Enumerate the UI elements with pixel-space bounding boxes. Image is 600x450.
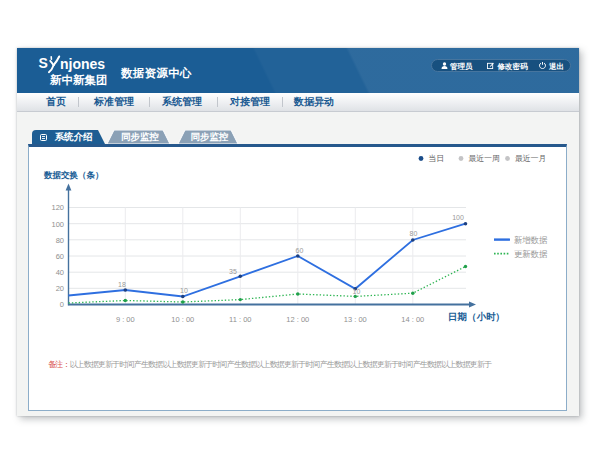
svg-text:10 : 00: 10 : 00 [171, 315, 194, 324]
svg-text:20: 20 [56, 284, 64, 293]
svg-text:10: 10 [180, 287, 188, 294]
svg-text:数据交换（条）: 数据交换（条） [43, 170, 104, 180]
svg-text:60: 60 [56, 252, 64, 261]
svg-text:80: 80 [56, 236, 64, 245]
svg-text:最近一月: 最近一月 [515, 154, 546, 163]
svg-text:9 : 00: 9 : 00 [116, 315, 135, 324]
svg-text:日期（小时）: 日期（小时） [448, 311, 505, 323]
svg-text:新增数据: 新增数据 [514, 235, 548, 245]
svg-text:18: 18 [118, 281, 126, 288]
svg-text:35: 35 [229, 268, 237, 275]
svg-text:14 : 00: 14 : 00 [401, 315, 424, 324]
svg-text:100: 100 [51, 220, 64, 229]
svg-text:11 : 00: 11 : 00 [229, 315, 251, 324]
svg-text:当日: 当日 [429, 154, 445, 163]
svg-text:0: 0 [60, 300, 64, 309]
svg-text:12 : 00: 12 : 00 [286, 315, 309, 324]
svg-text:80: 80 [410, 230, 418, 237]
svg-text:120: 120 [51, 203, 64, 212]
svg-text:13 : 00: 13 : 00 [344, 315, 367, 324]
svg-text:60: 60 [296, 247, 304, 254]
svg-text:更新数据: 更新数据 [514, 249, 548, 259]
svg-text:100: 100 [452, 214, 464, 221]
svg-text:最近一周: 最近一周 [469, 154, 500, 163]
svg-text:40: 40 [56, 268, 64, 277]
svg-text:10: 10 [353, 288, 361, 295]
